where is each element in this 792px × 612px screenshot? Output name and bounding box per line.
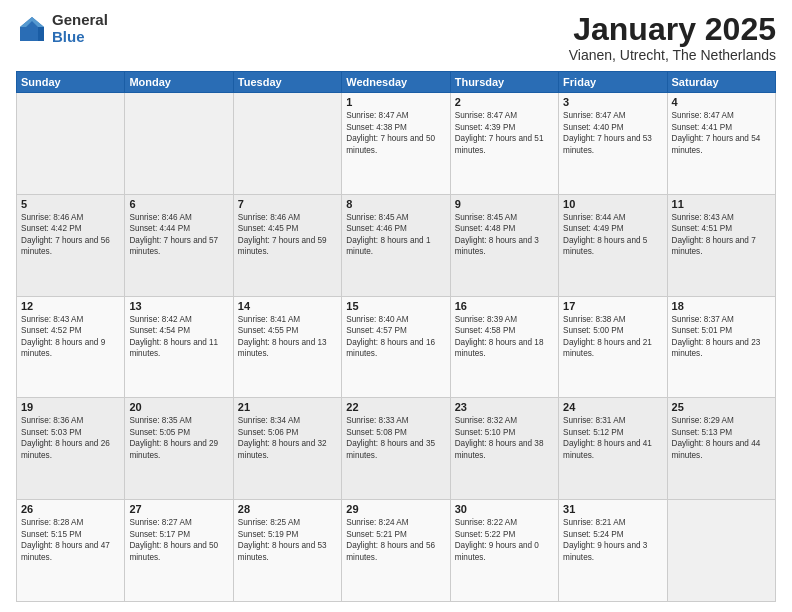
- calendar-cell: 2Sunrise: 8:47 AM Sunset: 4:39 PM Daylig…: [450, 93, 558, 195]
- day-number: 24: [563, 401, 662, 413]
- cell-details: Sunrise: 8:47 AM Sunset: 4:40 PM Dayligh…: [563, 110, 662, 156]
- cell-details: Sunrise: 8:46 AM Sunset: 4:45 PM Dayligh…: [238, 212, 337, 258]
- day-number: 2: [455, 96, 554, 108]
- day-number: 19: [21, 401, 120, 413]
- calendar-cell: 30Sunrise: 8:22 AM Sunset: 5:22 PM Dayli…: [450, 500, 558, 602]
- day-number: 5: [21, 198, 120, 210]
- calendar-cell: 29Sunrise: 8:24 AM Sunset: 5:21 PM Dayli…: [342, 500, 450, 602]
- day-number: 6: [129, 198, 228, 210]
- weekday-header-sunday: Sunday: [17, 72, 125, 93]
- day-number: 31: [563, 503, 662, 515]
- calendar-cell: 21Sunrise: 8:34 AM Sunset: 5:06 PM Dayli…: [233, 398, 341, 500]
- calendar-cell: 10Sunrise: 8:44 AM Sunset: 4:49 PM Dayli…: [559, 194, 667, 296]
- calendar-cell: 17Sunrise: 8:38 AM Sunset: 5:00 PM Dayli…: [559, 296, 667, 398]
- day-number: 11: [672, 198, 771, 210]
- day-number: 20: [129, 401, 228, 413]
- calendar-cell: 4Sunrise: 8:47 AM Sunset: 4:41 PM Daylig…: [667, 93, 775, 195]
- cell-details: Sunrise: 8:29 AM Sunset: 5:13 PM Dayligh…: [672, 415, 771, 461]
- day-number: 16: [455, 300, 554, 312]
- cell-details: Sunrise: 8:47 AM Sunset: 4:41 PM Dayligh…: [672, 110, 771, 156]
- day-number: 21: [238, 401, 337, 413]
- day-number: 15: [346, 300, 445, 312]
- weekday-header-saturday: Saturday: [667, 72, 775, 93]
- calendar-cell: 7Sunrise: 8:46 AM Sunset: 4:45 PM Daylig…: [233, 194, 341, 296]
- cell-details: Sunrise: 8:43 AM Sunset: 4:51 PM Dayligh…: [672, 212, 771, 258]
- cell-details: Sunrise: 8:21 AM Sunset: 5:24 PM Dayligh…: [563, 517, 662, 563]
- cell-details: Sunrise: 8:28 AM Sunset: 5:15 PM Dayligh…: [21, 517, 120, 563]
- day-number: 13: [129, 300, 228, 312]
- day-number: 10: [563, 198, 662, 210]
- calendar-cell: 14Sunrise: 8:41 AM Sunset: 4:55 PM Dayli…: [233, 296, 341, 398]
- day-number: 25: [672, 401, 771, 413]
- cell-details: Sunrise: 8:31 AM Sunset: 5:12 PM Dayligh…: [563, 415, 662, 461]
- calendar-table: SundayMondayTuesdayWednesdayThursdayFrid…: [16, 71, 776, 602]
- day-number: 8: [346, 198, 445, 210]
- day-number: 26: [21, 503, 120, 515]
- logo-icon: [16, 13, 48, 45]
- week-row-1: 1Sunrise: 8:47 AM Sunset: 4:38 PM Daylig…: [17, 93, 776, 195]
- day-number: 28: [238, 503, 337, 515]
- cell-details: Sunrise: 8:40 AM Sunset: 4:57 PM Dayligh…: [346, 314, 445, 360]
- calendar-body: 1Sunrise: 8:47 AM Sunset: 4:38 PM Daylig…: [17, 93, 776, 602]
- location: Vianen, Utrecht, The Netherlands: [569, 47, 776, 63]
- calendar-cell: 22Sunrise: 8:33 AM Sunset: 5:08 PM Dayli…: [342, 398, 450, 500]
- weekday-header-friday: Friday: [559, 72, 667, 93]
- cell-details: Sunrise: 8:42 AM Sunset: 4:54 PM Dayligh…: [129, 314, 228, 360]
- cell-details: Sunrise: 8:47 AM Sunset: 4:38 PM Dayligh…: [346, 110, 445, 156]
- day-number: 22: [346, 401, 445, 413]
- calendar-cell: 13Sunrise: 8:42 AM Sunset: 4:54 PM Dayli…: [125, 296, 233, 398]
- calendar-cell: 16Sunrise: 8:39 AM Sunset: 4:58 PM Dayli…: [450, 296, 558, 398]
- cell-details: Sunrise: 8:38 AM Sunset: 5:00 PM Dayligh…: [563, 314, 662, 360]
- cell-details: Sunrise: 8:46 AM Sunset: 4:42 PM Dayligh…: [21, 212, 120, 258]
- cell-details: Sunrise: 8:25 AM Sunset: 5:19 PM Dayligh…: [238, 517, 337, 563]
- cell-details: Sunrise: 8:33 AM Sunset: 5:08 PM Dayligh…: [346, 415, 445, 461]
- day-number: 27: [129, 503, 228, 515]
- calendar-cell: 12Sunrise: 8:43 AM Sunset: 4:52 PM Dayli…: [17, 296, 125, 398]
- calendar-cell: 28Sunrise: 8:25 AM Sunset: 5:19 PM Dayli…: [233, 500, 341, 602]
- week-row-5: 26Sunrise: 8:28 AM Sunset: 5:15 PM Dayli…: [17, 500, 776, 602]
- calendar-cell: 25Sunrise: 8:29 AM Sunset: 5:13 PM Dayli…: [667, 398, 775, 500]
- page-header: General Blue January 2025 Vianen, Utrech…: [16, 12, 776, 63]
- title-block: January 2025 Vianen, Utrecht, The Nether…: [569, 12, 776, 63]
- day-number: 3: [563, 96, 662, 108]
- logo-blue: Blue: [52, 29, 108, 46]
- cell-details: Sunrise: 8:46 AM Sunset: 4:44 PM Dayligh…: [129, 212, 228, 258]
- cell-details: Sunrise: 8:47 AM Sunset: 4:39 PM Dayligh…: [455, 110, 554, 156]
- calendar-cell: [233, 93, 341, 195]
- cell-details: Sunrise: 8:37 AM Sunset: 5:01 PM Dayligh…: [672, 314, 771, 360]
- cell-details: Sunrise: 8:45 AM Sunset: 4:48 PM Dayligh…: [455, 212, 554, 258]
- calendar-cell: 26Sunrise: 8:28 AM Sunset: 5:15 PM Dayli…: [17, 500, 125, 602]
- cell-details: Sunrise: 8:35 AM Sunset: 5:05 PM Dayligh…: [129, 415, 228, 461]
- calendar-cell: 15Sunrise: 8:40 AM Sunset: 4:57 PM Dayli…: [342, 296, 450, 398]
- calendar-cell: 31Sunrise: 8:21 AM Sunset: 5:24 PM Dayli…: [559, 500, 667, 602]
- day-number: 7: [238, 198, 337, 210]
- calendar-cell: 20Sunrise: 8:35 AM Sunset: 5:05 PM Dayli…: [125, 398, 233, 500]
- calendar-cell: 11Sunrise: 8:43 AM Sunset: 4:51 PM Dayli…: [667, 194, 775, 296]
- logo: General Blue: [16, 12, 108, 45]
- calendar-cell: 24Sunrise: 8:31 AM Sunset: 5:12 PM Dayli…: [559, 398, 667, 500]
- cell-details: Sunrise: 8:22 AM Sunset: 5:22 PM Dayligh…: [455, 517, 554, 563]
- calendar-cell: [667, 500, 775, 602]
- calendar-cell: 5Sunrise: 8:46 AM Sunset: 4:42 PM Daylig…: [17, 194, 125, 296]
- calendar-cell: 27Sunrise: 8:27 AM Sunset: 5:17 PM Dayli…: [125, 500, 233, 602]
- day-number: 12: [21, 300, 120, 312]
- day-number: 14: [238, 300, 337, 312]
- week-row-2: 5Sunrise: 8:46 AM Sunset: 4:42 PM Daylig…: [17, 194, 776, 296]
- calendar-cell: 1Sunrise: 8:47 AM Sunset: 4:38 PM Daylig…: [342, 93, 450, 195]
- logo-text: General Blue: [52, 12, 108, 45]
- calendar-cell: 3Sunrise: 8:47 AM Sunset: 4:40 PM Daylig…: [559, 93, 667, 195]
- weekday-header-wednesday: Wednesday: [342, 72, 450, 93]
- cell-details: Sunrise: 8:44 AM Sunset: 4:49 PM Dayligh…: [563, 212, 662, 258]
- day-number: 18: [672, 300, 771, 312]
- day-number: 1: [346, 96, 445, 108]
- week-row-3: 12Sunrise: 8:43 AM Sunset: 4:52 PM Dayli…: [17, 296, 776, 398]
- cell-details: Sunrise: 8:45 AM Sunset: 4:46 PM Dayligh…: [346, 212, 445, 258]
- day-number: 30: [455, 503, 554, 515]
- cell-details: Sunrise: 8:41 AM Sunset: 4:55 PM Dayligh…: [238, 314, 337, 360]
- cell-details: Sunrise: 8:39 AM Sunset: 4:58 PM Dayligh…: [455, 314, 554, 360]
- calendar-cell: 9Sunrise: 8:45 AM Sunset: 4:48 PM Daylig…: [450, 194, 558, 296]
- day-number: 29: [346, 503, 445, 515]
- calendar-cell: 23Sunrise: 8:32 AM Sunset: 5:10 PM Dayli…: [450, 398, 558, 500]
- weekday-header-thursday: Thursday: [450, 72, 558, 93]
- cell-details: Sunrise: 8:24 AM Sunset: 5:21 PM Dayligh…: [346, 517, 445, 563]
